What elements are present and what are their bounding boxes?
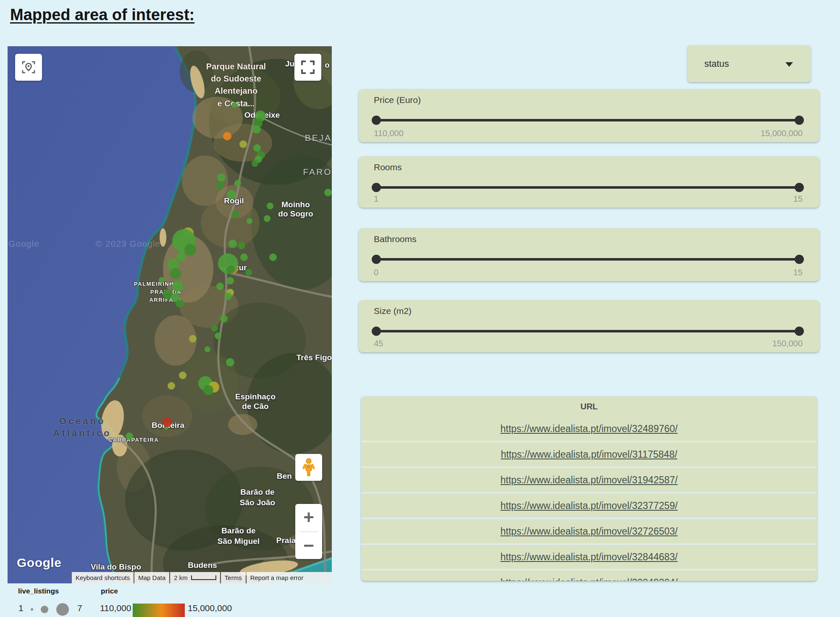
listing-marker[interactable] — [238, 242, 245, 249]
listing-marker[interactable] — [170, 268, 181, 279]
listing-marker[interactable] — [217, 173, 226, 182]
size-slider-track[interactable] — [376, 330, 799, 332]
size-slider-handle-min[interactable] — [372, 327, 381, 336]
bathrooms-slider-min-value: 0 — [374, 268, 378, 277]
status-dropdown-value: status — [704, 45, 729, 82]
listing-marker[interactable] — [203, 385, 213, 395]
listing-url-link[interactable]: https://www.idealista.pt/imovel/32726503… — [501, 526, 678, 537]
rooms-slider-track[interactable] — [376, 186, 799, 189]
listing-marker[interactable] — [179, 372, 186, 379]
price-slider-track[interactable] — [376, 119, 799, 121]
listing-marker[interactable] — [172, 281, 183, 292]
size-slider-label: Size (m2) — [374, 306, 412, 316]
listing-marker[interactable] — [267, 203, 273, 209]
listing-marker[interactable] — [269, 253, 277, 261]
size-slider-handle-max[interactable] — [795, 327, 804, 336]
table-row: https://www.idealista.pt/imovel/32726503… — [361, 518, 817, 543]
listing-marker[interactable] — [189, 335, 197, 343]
map-attribution-bar: Keyboard shortcuts Map Data 2 km Terms R… — [72, 572, 332, 583]
listing-marker[interactable] — [227, 190, 236, 199]
rooms-slider-handle-min[interactable] — [372, 183, 381, 192]
listing-marker[interactable] — [205, 346, 210, 352]
listing-marker[interactable] — [231, 102, 237, 108]
rooms-slider-handle-max[interactable] — [795, 183, 804, 192]
page-title: Mapped area of interest: — [10, 6, 194, 24]
listing-url-link[interactable]: https://www.idealista.pt/imovel/32377259… — [501, 500, 678, 512]
listing-marker[interactable] — [247, 218, 252, 224]
legend: live_listings 1 7 price 110,000 15,000,0… — [0, 586, 336, 617]
bathrooms-slider-handle-min[interactable] — [372, 255, 381, 264]
listing-marker[interactable] — [324, 189, 332, 196]
table-row: https://www.idealista.pt/imovel/32049204… — [361, 569, 817, 581]
listing-marker[interactable] — [223, 132, 231, 140]
listing-marker[interactable] — [240, 253, 248, 261]
google-logo[interactable]: Google — [17, 556, 61, 570]
listing-marker[interactable] — [224, 293, 232, 300]
listing-marker[interactable] — [211, 325, 218, 332]
url-table: URL https://www.idealista.pt/imovel/3248… — [361, 396, 817, 581]
report-map-error-link[interactable]: Report a map error — [247, 572, 332, 583]
listing-url-link[interactable]: https://www.idealista.pt/imovel/31175848… — [501, 449, 677, 460]
listing-url-link[interactable]: https://www.idealista.pt/imovel/31942587… — [501, 475, 678, 486]
listing-marker[interactable] — [264, 215, 270, 222]
table-row: https://www.idealista.pt/imovel/32377259… — [361, 492, 817, 518]
pegman-icon — [302, 458, 316, 477]
fullscreen-icon — [301, 60, 315, 74]
listing-marker[interactable] — [220, 315, 228, 322]
listing-marker[interactable] — [215, 332, 221, 339]
terms-link[interactable]: Terms — [221, 572, 246, 583]
listing-marker[interactable] — [176, 252, 186, 261]
listing-marker[interactable] — [176, 299, 184, 308]
url-rows: https://www.idealista.pt/imovel/32489760… — [361, 417, 817, 581]
map-data-link[interactable]: Map Data — [134, 572, 169, 583]
price-slider-label: Price (Euro) — [374, 95, 421, 105]
size-slider-panel: Size (m2) 45 150,000 — [359, 300, 819, 352]
listing-marker[interactable] — [168, 382, 175, 390]
locate-area-button[interactable] — [15, 54, 42, 81]
listing-marker[interactable] — [226, 277, 234, 285]
listing-marker[interactable] — [126, 432, 133, 440]
map-canvas[interactable]: Parque Naturaldo SudoesteAlentejanoe Cos… — [8, 46, 332, 583]
listing-url-link[interactable]: https://www.idealista.pt/imovel/32844683… — [501, 551, 678, 563]
listing-marker[interactable] — [228, 240, 237, 248]
price-slider-max-value: 15,000,000 — [761, 129, 803, 138]
zoom-out-button[interactable]: − — [295, 532, 322, 559]
price-slider-handle-min[interactable] — [372, 116, 381, 125]
listing-url-link[interactable]: https://www.idealista.pt/imovel/32489760… — [501, 423, 678, 435]
status-dropdown[interactable]: status — [688, 45, 811, 82]
listing-marker[interactable] — [252, 160, 258, 167]
table-row: https://www.idealista.pt/imovel/31175848… — [361, 441, 817, 467]
rooms-slider-max-value: 15 — [793, 194, 803, 204]
listing-url-link[interactable]: https://www.idealista.pt/imovel/32049204… — [501, 577, 678, 581]
pegman-button[interactable] — [295, 454, 322, 481]
table-row: https://www.idealista.pt/imovel/32844683… — [361, 543, 817, 569]
bathrooms-slider-handle-max[interactable] — [795, 255, 804, 264]
price-slider-handle-max[interactable] — [795, 116, 804, 125]
listing-marker[interactable] — [226, 358, 234, 367]
listing-marker[interactable] — [216, 282, 224, 290]
listing-marker[interactable] — [216, 182, 224, 189]
bathrooms-slider-track[interactable] — [376, 258, 799, 261]
listing-marker[interactable] — [239, 140, 247, 148]
zoom-in-button[interactable]: + — [295, 504, 322, 531]
size-legend-max: 7 — [77, 603, 82, 613]
rooms-slider-min-value: 1 — [374, 194, 378, 204]
color-legend-max: 15,000,000 — [188, 603, 232, 613]
size-legend-dot-small — [31, 608, 33, 611]
listing-marker[interactable] — [252, 125, 261, 134]
zoom-control: + − — [295, 504, 322, 559]
fullscreen-button[interactable] — [294, 54, 321, 81]
listing-marker[interactable] — [231, 211, 239, 218]
listing-marker[interactable] — [184, 244, 196, 256]
listing-marker[interactable] — [159, 277, 165, 283]
listing-marker[interactable] — [245, 269, 252, 276]
price-color-gradient — [133, 604, 185, 617]
size-legend-title: live_listings — [18, 587, 59, 596]
keyboard-shortcuts-link[interactable]: Keyboard shortcuts — [72, 572, 134, 583]
price-slider-min-value: 110,000 — [374, 129, 404, 138]
bathrooms-slider-panel: Bathrooms 0 15 — [359, 228, 819, 281]
listing-marker[interactable] — [163, 418, 172, 427]
table-row: https://www.idealista.pt/imovel/32489760… — [361, 417, 817, 441]
listing-marker[interactable] — [226, 265, 235, 274]
listing-marker[interactable] — [234, 180, 241, 187]
